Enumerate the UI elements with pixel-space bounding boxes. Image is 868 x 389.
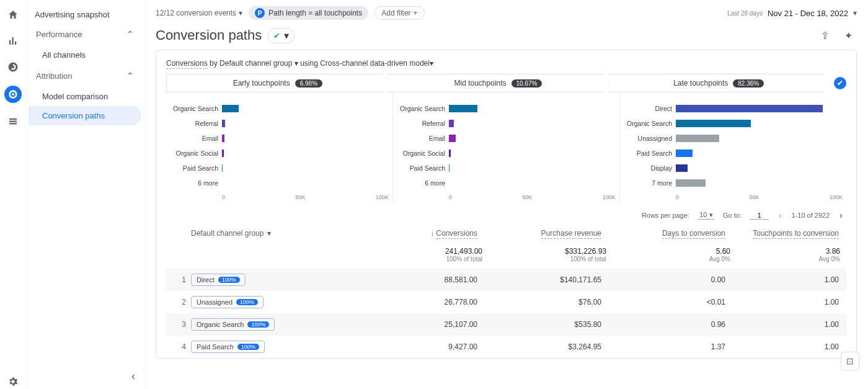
col-conversions[interactable]: ↓ Conversions — [358, 229, 482, 238]
bar[interactable] — [449, 135, 456, 142]
advertising-icon[interactable] — [4, 86, 22, 103]
bar-label: 6 more — [397, 179, 445, 187]
channel-chip[interactable]: Direct 100% — [191, 274, 246, 286]
bar[interactable] — [449, 150, 451, 157]
prev-page-icon[interactable]: ‹ — [777, 210, 783, 220]
caret-down-icon[interactable]: ▾ — [430, 59, 433, 68]
share-icon[interactable]: ⇪ — [816, 30, 833, 42]
bar-row: Organic Social — [170, 146, 389, 161]
caret-down-icon: ▾ — [267, 229, 271, 238]
plus-icon: + — [414, 9, 418, 17]
bar[interactable] — [449, 120, 454, 127]
feedback-icon[interactable]: ⊡ — [841, 352, 859, 370]
bar[interactable] — [676, 120, 751, 127]
main-panel: 12/12 conversion events ▾ P Path length … — [144, 0, 868, 389]
bar[interactable] — [222, 120, 225, 127]
bar-label: Organic Search — [397, 105, 445, 112]
path-length-filter-pill[interactable]: P Path length = all touchpoints — [249, 6, 368, 20]
bar[interactable] — [676, 150, 693, 157]
bar-label: Referral — [170, 120, 218, 127]
stage-mid[interactable]: Mid touchpoints 10.67% — [387, 74, 610, 92]
x-axis: 050K100K — [170, 190, 389, 200]
admin-gear-icon[interactable] — [6, 374, 20, 389]
conversions-link[interactable]: Conversions — [166, 59, 208, 69]
stage-confirm-icon[interactable]: ✔ — [834, 77, 846, 89]
rows-per-page-select[interactable]: 10 ▾ — [698, 211, 714, 220]
pct-badge: 100% — [218, 277, 240, 283]
reports-icon[interactable] — [6, 34, 20, 48]
bar-row: Organic Search — [624, 116, 843, 131]
caret-down-icon[interactable]: ▾ — [292, 59, 298, 68]
collapse-sidebar-icon[interactable]: ‹ — [131, 370, 135, 383]
bar-label: Organic Social — [397, 150, 445, 157]
chevron-up-icon: ⌃ — [126, 71, 134, 81]
sidebar-item-all-channels[interactable]: All channels — [29, 45, 141, 65]
bar-row: 7 more — [624, 176, 843, 190]
bar-chart: Organic SearchReferralEmailOrganic Socia… — [166, 92, 393, 204]
next-page-icon[interactable]: › — [838, 210, 844, 220]
channel-chip[interactable]: Paid Search 100% — [191, 341, 265, 353]
table-row[interactable]: 1Direct 100%88,581.00$140,171.650.001.00 — [166, 269, 846, 291]
bar[interactable] — [449, 164, 450, 172]
table-row[interactable]: 2Unassigned 100%26,778.00$76.00<0.011.00 — [166, 291, 846, 313]
rows-per-page-label: Rows per page: — [642, 212, 689, 219]
channel-chip[interactable]: Organic Search 100% — [191, 318, 275, 331]
sidebar-section-performance[interactable]: Performance ⌃ — [29, 23, 141, 45]
bar[interactable] — [676, 135, 719, 142]
bar-label: Organic Search — [170, 105, 218, 112]
filter-p-badge: P — [255, 8, 265, 18]
bar[interactable] — [222, 135, 224, 142]
title-bar: Conversion paths ✔ ▾ ⇪ ✦ — [156, 25, 857, 50]
insights-icon[interactable]: ✦ — [839, 30, 857, 42]
bar[interactable] — [222, 150, 224, 157]
bar-row: Unassigned — [624, 131, 843, 146]
bar[interactable] — [449, 105, 477, 112]
col-touchpoints[interactable]: Touchpoints to conversion — [730, 229, 844, 238]
table-pagination-controls: Rows per page: 10 ▾ Go to: ‹ 1-10 of 292… — [166, 204, 846, 224]
conversion-events-dropdown[interactable]: 12/12 conversion events ▾ — [156, 9, 242, 17]
explore-icon[interactable] — [6, 60, 20, 74]
table-totals-row: 241,493.00100% of total $331,226.93100% … — [166, 243, 846, 269]
sidebar-item-model-comparison[interactable]: Model comparison — [29, 87, 141, 106]
bar-label: Email — [397, 135, 445, 142]
goto-input[interactable] — [750, 212, 769, 220]
channel-chip[interactable]: Unassigned 100% — [191, 296, 264, 308]
table-row[interactable]: 4Paid Search 100%9,427.00$3,264.951.371.… — [166, 336, 846, 358]
home-icon[interactable] — [6, 7, 20, 22]
sidebar: Advertising snapshot Performance ⌃ All c… — [26, 0, 144, 389]
add-filter-button[interactable]: Add filter + — [374, 6, 424, 20]
bar[interactable] — [676, 105, 823, 112]
sidebar-item-conversion-paths[interactable]: Conversion paths — [29, 106, 141, 125]
sidebar-title[interactable]: Advertising snapshot — [29, 6, 141, 23]
bar-row: Referral — [397, 116, 616, 131]
table-row[interactable]: 3Organic Search 100%25,107.00$535.800.96… — [166, 313, 846, 336]
touchpoint-charts: Organic SearchReferralEmailOrganic Socia… — [166, 92, 846, 204]
stage-late[interactable]: Late touchpoints 82.36% — [607, 74, 830, 92]
bar[interactable] — [676, 164, 688, 172]
caret-down-icon: ▾ — [239, 9, 242, 17]
stage-early[interactable]: Early touchpoints 6.98% — [166, 74, 389, 92]
col-revenue[interactable]: Purchase revenue — [482, 229, 606, 238]
bar[interactable] — [676, 179, 706, 187]
bar-row: Paid Search — [170, 161, 389, 176]
col-days[interactable]: Days to conversion — [606, 229, 730, 238]
data-quality-badge[interactable]: ✔ ▾ — [268, 28, 294, 43]
bar-label: Direct — [624, 105, 672, 112]
x-axis: 050K100K — [624, 190, 843, 200]
pct-badge: 100% — [237, 344, 259, 350]
bar-row: Organic Search — [170, 101, 389, 116]
conversion-table: Default channel group ▾ ↓ Conversions Pu… — [166, 224, 846, 358]
col-channel-group[interactable]: Default channel group ▾ — [191, 229, 358, 238]
configure-icon[interactable] — [6, 114, 20, 129]
sidebar-section-attribution[interactable]: Attribution ⌃ — [29, 65, 141, 87]
bar-chart: Organic SearchReferralEmailOrganic Socia… — [393, 92, 620, 204]
early-pct-badge: 6.98% — [295, 79, 322, 87]
mid-pct-badge: 10.67% — [512, 79, 542, 87]
bar-label: 6 more — [170, 179, 218, 187]
left-nav-rail — [0, 0, 26, 389]
bar-row: Direct — [624, 101, 843, 116]
bar[interactable] — [222, 164, 223, 172]
bar[interactable] — [222, 105, 239, 112]
bar-chart: DirectOrganic SearchUnassignedPaid Searc… — [620, 92, 846, 204]
date-range-picker[interactable]: Last 28 days Nov 21 - Dec 18, 2022 ▾ — [727, 9, 857, 18]
